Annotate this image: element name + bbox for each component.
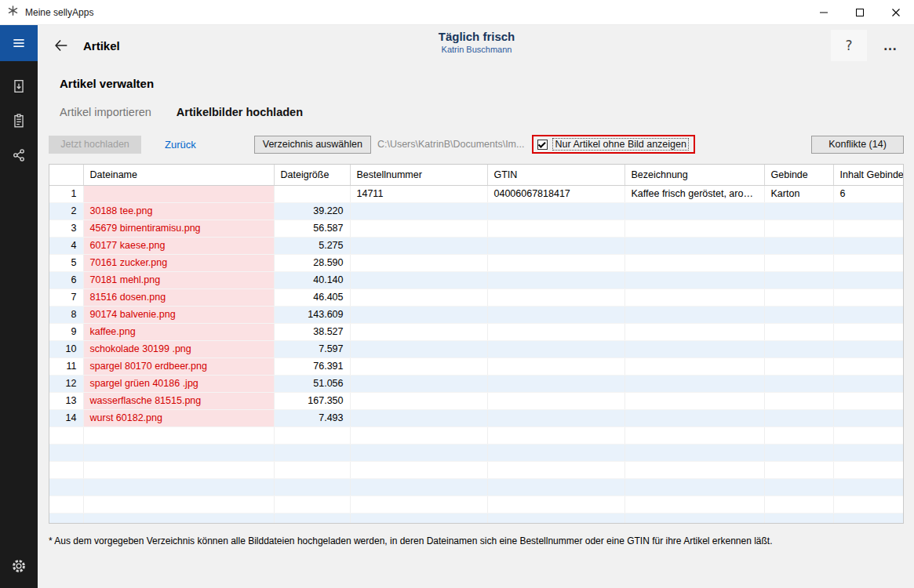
cell-bezeichnung (625, 254, 764, 271)
cell-empty (49, 426, 83, 444)
hamburger-menu-button[interactable] (0, 25, 38, 61)
cell-dateigroesse: 5.275 (274, 237, 350, 254)
cell-bezeichnung (625, 340, 764, 358)
share-icon (10, 147, 27, 164)
table-row[interactable]: 781516 dosen.png46.405 (49, 289, 903, 306)
table-row[interactable]: 345679 birnentiramisu.png56.587 (49, 220, 903, 237)
cell-empty (625, 444, 764, 461)
cell-empty (625, 495, 764, 513)
cell-gebinde (764, 289, 833, 306)
sidebar-item-import[interactable] (0, 69, 38, 103)
cell-dateiname: 81516 dosen.png (83, 289, 274, 306)
column-header-dateigröße[interactable]: Dateigröße (274, 165, 350, 185)
cell-inhalt_gebinde (833, 306, 903, 323)
cell-dateigroesse: 76.391 (274, 358, 350, 375)
table-row[interactable]: 13wasserflasche 81515.png167.350 (49, 392, 903, 409)
cell-empty (274, 444, 350, 461)
table-row[interactable]: 230188 tee.png39.220 (49, 202, 903, 220)
cell-dateigroesse: 38.527 (274, 323, 350, 340)
cell-empty (274, 513, 350, 524)
conflicts-button[interactable]: Konflikte (14) (811, 136, 904, 154)
cell-dateigroesse: 56.587 (274, 220, 350, 237)
table-row[interactable]: 460177 kaese.png5.275 (49, 237, 903, 254)
cell-empty (350, 478, 487, 495)
column-header-dateiname[interactable]: Dateiname (83, 165, 274, 185)
cell-gtin (487, 237, 625, 254)
cell-inhalt_gebinde (833, 323, 903, 340)
minimize-button[interactable] (806, 0, 842, 24)
cell-bestellnummer (350, 340, 487, 358)
cell-inhalt_gebinde (833, 375, 903, 392)
cell-gebinde (764, 323, 833, 340)
cell-dateigroesse: 7.493 (274, 409, 350, 426)
cell-dateiname: spargel 80170 erdbeer.png (83, 358, 274, 375)
cell-num: 8 (49, 306, 83, 323)
cell-gtin (487, 392, 625, 409)
more-options-button[interactable]: … (876, 30, 905, 61)
table-header-row: DateinameDateigrößeBestellnummerGTINBeze… (49, 165, 903, 185)
cell-bestellnummer (350, 409, 487, 426)
cell-dateigroesse: 143.609 (274, 306, 350, 323)
table-row[interactable]: 12spargel grüen 40186 .jpg51.056 (49, 375, 903, 392)
cell-inhalt_gebinde (833, 271, 903, 289)
settings-gear-button[interactable] (0, 549, 38, 583)
table-row[interactable]: 11471104006067818417Kaffee frisch geröst… (49, 185, 903, 202)
cell-empty (764, 495, 833, 513)
cell-dateiname: 70181 mehl.png (83, 271, 274, 289)
back-link[interactable]: Zurück (165, 139, 196, 151)
sidebar-item-share[interactable] (0, 138, 38, 172)
account-info: Täglich frisch Katrin Buschmann (439, 30, 515, 54)
cell-empty (764, 461, 833, 478)
cell-bestellnummer (350, 392, 487, 409)
table-row[interactable]: 9kaffee.png38.527 (49, 323, 903, 340)
cell-empty (274, 426, 350, 444)
table-row[interactable]: 10schokolade 30199 .png7.597 (49, 340, 903, 358)
table-row[interactable]: 890174 balvenie.png143.609 (49, 306, 903, 323)
table-row[interactable]: 670181 mehl.png40.140 (49, 271, 903, 289)
hamburger-icon (11, 35, 27, 51)
import-articles-icon (10, 78, 27, 95)
column-header-gebinde[interactable]: Gebinde (764, 165, 833, 185)
maximize-button[interactable] (842, 0, 878, 24)
cell-gebinde (764, 392, 833, 409)
close-button[interactable] (878, 0, 914, 24)
column-header-bestellnummer[interactable]: Bestellnummer (350, 165, 487, 185)
cell-dateigroesse: 39.220 (274, 202, 350, 220)
column-header-gtin[interactable]: GTIN (487, 165, 625, 185)
column-header-bezeichnung[interactable]: Bezeichnung (625, 165, 764, 185)
sidebar (0, 25, 38, 588)
table-row[interactable]: 570161 zucker.png28.590 (49, 254, 903, 271)
table-row-empty (49, 444, 903, 461)
close-icon (891, 8, 901, 17)
help-button[interactable]: ? (831, 30, 867, 61)
cell-empty (49, 444, 83, 461)
cell-empty (764, 478, 833, 495)
tab-artikel-importieren[interactable]: Artikel importieren (60, 106, 151, 118)
cell-gebinde (764, 306, 833, 323)
checkbox-icon[interactable] (537, 140, 548, 150)
cell-dateigroesse: 7.597 (274, 340, 350, 358)
cell-empty (833, 478, 903, 495)
cell-dateiname: spargel grüen 40186 .jpg (83, 375, 274, 392)
cell-dateiname: 60177 kaese.png (83, 237, 274, 254)
cell-dateiname: kaffee.png (83, 323, 274, 340)
upload-now-button[interactable]: Jetzt hochladen (49, 136, 141, 154)
table-row[interactable]: 11spargel 80170 erdbeer.png76.391 (49, 358, 903, 375)
checkbox-label[interactable]: Nur Artikel ohne Bild anzeigen (552, 138, 688, 151)
sidebar-item-articles[interactable] (0, 103, 38, 138)
table-row[interactable]: 14wurst 60182.png7.493 (49, 409, 903, 426)
footnote: * Aus dem vorgegeben Verzeichnis können … (38, 524, 914, 546)
cell-empty (764, 513, 833, 524)
tab-artikelbilder-hochladen[interactable]: Artikelbilder hochladen (177, 106, 303, 118)
only-without-image-filter[interactable]: Nur Artikel ohne Bild anzeigen (532, 135, 694, 154)
cell-gebinde (764, 340, 833, 358)
cell-empty (350, 444, 487, 461)
column-header-inhalt-gebinde[interactable]: Inhalt Gebinde (833, 165, 903, 185)
cell-num: 11 (49, 358, 83, 375)
table-row-empty (49, 461, 903, 478)
cell-bezeichnung (625, 271, 764, 289)
choose-directory-button[interactable]: Verzeichnis auswählen (254, 136, 371, 154)
cell-gebinde (764, 220, 833, 237)
back-button[interactable] (50, 34, 72, 56)
cell-num: 13 (49, 392, 83, 409)
